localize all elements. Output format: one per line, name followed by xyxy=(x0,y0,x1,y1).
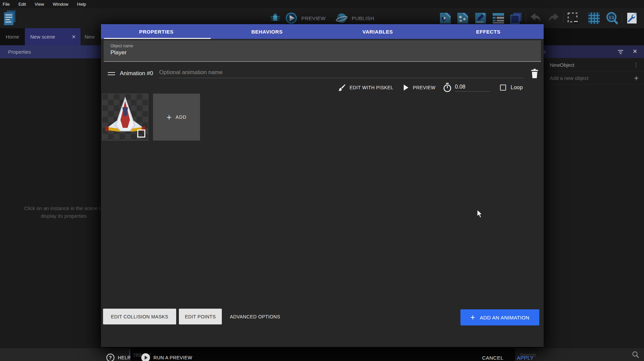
objects-search-bar xyxy=(515,348,644,361)
menu-bar: File Edit View Window Help xyxy=(0,0,644,8)
layers-icon[interactable] xyxy=(509,11,523,25)
add-an-animation-button[interactable]: + ADD AN ANIMATION xyxy=(460,309,539,325)
object-editor-dialog: PROPERTIES BEHAVIORS VARIABLES EFFECTS O… xyxy=(101,24,544,347)
debug-icon[interactable] xyxy=(268,11,282,25)
trash-icon xyxy=(531,69,539,78)
publish-globe-icon[interactable] xyxy=(335,11,348,25)
objects-panel-header: Objects ✕ xyxy=(535,45,644,58)
objects-list-icon[interactable] xyxy=(456,11,469,25)
objects-panel: Objects ✕ NewObject ⋮ Add a new object + xyxy=(535,45,644,348)
search-input[interactable] xyxy=(520,352,632,358)
loop-label: Loop xyxy=(511,85,523,91)
help-button[interactable]: HELP xyxy=(118,355,131,360)
animation-title: Animation #0 xyxy=(120,70,153,77)
animation-name-field xyxy=(159,69,524,78)
tab-home-label: Home xyxy=(6,34,19,40)
object-name-input[interactable] xyxy=(110,49,513,56)
apply-button[interactable]: APPLY xyxy=(517,355,534,361)
tab-effects[interactable]: EFFECTS xyxy=(433,24,544,39)
edit-points-button[interactable]: EDIT POINTS xyxy=(179,309,222,324)
toolbar-separator xyxy=(622,13,622,23)
menu-edit[interactable]: Edit xyxy=(18,2,26,7)
toolbar-center: PREVIEW PUBLISH xyxy=(268,11,374,25)
cancel-button[interactable]: CANCEL xyxy=(482,355,503,361)
add-object-label: Add a new object xyxy=(550,75,588,81)
run-preview-icon xyxy=(141,353,150,361)
animation-header-row: Animation #0 xyxy=(104,66,541,81)
animation-controls-row: EDIT WITH PISKEL PREVIEW Loop xyxy=(338,81,523,94)
edit-scene-icon[interactable] xyxy=(474,11,487,25)
play-icon xyxy=(403,85,409,91)
events-list-icon[interactable] xyxy=(492,11,505,25)
frame-select-checkbox[interactable] xyxy=(137,130,145,138)
menu-file[interactable]: File xyxy=(3,2,10,7)
brush-icon xyxy=(338,84,346,91)
preview-play-icon[interactable] xyxy=(285,11,298,25)
toolbar-separator xyxy=(526,13,526,23)
deselect-instances-icon[interactable] xyxy=(566,11,580,25)
close-panel-icon[interactable]: ✕ xyxy=(633,48,637,55)
gdevelop-window: File Edit View Window Help xyxy=(0,0,644,361)
tab-behaviors[interactable]: BEHAVIORS xyxy=(212,24,323,39)
object-name-field-label: Object name xyxy=(110,44,541,48)
redo-icon[interactable] xyxy=(547,11,560,25)
animation-frames-row: + ADD xyxy=(102,94,200,141)
undo-icon[interactable] xyxy=(529,11,543,25)
frame-thumbnail[interactable] xyxy=(102,94,148,141)
add-new-object-row[interactable]: Add a new object + xyxy=(535,72,644,85)
object-menu-kebab-icon[interactable]: ⋮ xyxy=(633,61,639,68)
mouse-cursor xyxy=(477,209,484,219)
edit-collision-masks-button[interactable]: EDIT COLLISION MASKS xyxy=(103,309,176,324)
settings-wrench-icon[interactable] xyxy=(625,11,639,25)
loop-checkbox[interactable] xyxy=(500,85,506,91)
object-name-label: NewObject xyxy=(550,62,574,68)
advanced-options-button[interactable]: ADVANCED OPTIONS xyxy=(226,309,284,324)
preview-animation-button[interactable]: PREVIEW xyxy=(413,85,435,90)
tab-properties[interactable]: PROPERTIES xyxy=(101,24,212,39)
run-a-preview-button[interactable]: RUN A PREVIEW xyxy=(153,355,192,360)
animation-name-input[interactable] xyxy=(159,69,524,78)
tab-new-scene-label: New scene xyxy=(30,34,55,40)
toolbar-separator xyxy=(563,13,563,23)
menu-help[interactable]: Help xyxy=(77,2,86,7)
dialog-footer-left: ? HELP RUN A PREVIEW xyxy=(106,350,192,361)
tab-new-partial-label: New xyxy=(85,34,95,40)
delete-animation-button[interactable] xyxy=(528,67,541,80)
time-between-frames-input[interactable] xyxy=(455,84,490,91)
zoom-original-icon[interactable]: 1:1 xyxy=(605,11,619,25)
svg-text:1:1: 1:1 xyxy=(609,15,614,19)
time-between-frames-field xyxy=(455,84,490,92)
dialog-footer-right: CANCEL APPLY xyxy=(482,350,534,361)
active-tab-indicator xyxy=(104,38,211,39)
help-icon: ? xyxy=(106,354,114,361)
object-name-field: Object name xyxy=(104,40,541,62)
tab-close-icon[interactable]: ✕ xyxy=(71,34,76,40)
tab-variables[interactable]: VARIABLES xyxy=(323,24,433,39)
search-icon xyxy=(632,351,639,358)
plus-icon: + xyxy=(470,314,475,321)
tab-home[interactable]: Home xyxy=(0,28,25,45)
preview-button[interactable]: PREVIEW xyxy=(301,15,326,21)
drag-handle-icon[interactable] xyxy=(108,70,115,77)
add-frame-button[interactable]: + ADD xyxy=(153,94,200,141)
add-an-animation-label: ADD AN ANIMATION xyxy=(480,315,530,320)
edit-with-piskel-button[interactable]: EDIT WITH PISKEL xyxy=(350,85,394,90)
open-project-manager-icon[interactable] xyxy=(439,11,452,25)
timer-icon xyxy=(443,83,452,92)
dialog-tab-bar: PROPERTIES BEHAVIORS VARIABLES EFFECTS xyxy=(101,24,544,39)
tab-new-scene[interactable]: New scene ✕ xyxy=(25,28,81,45)
properties-panel-title: Properties xyxy=(8,49,31,55)
add-frame-label: ADD xyxy=(176,114,187,120)
object-list-item[interactable]: NewObject ⋮ xyxy=(535,59,644,71)
toolbar-right: 1:1 xyxy=(439,11,639,25)
plus-icon: + xyxy=(166,114,171,120)
add-object-plus-icon[interactable]: + xyxy=(634,75,639,81)
menu-view[interactable]: View xyxy=(35,2,44,7)
publish-button[interactable]: PUBLISH xyxy=(352,15,374,21)
project-manager-icon[interactable] xyxy=(3,10,16,26)
grid-icon[interactable] xyxy=(587,11,601,25)
filter-icon[interactable] xyxy=(617,49,624,54)
menu-window[interactable]: Window xyxy=(53,2,68,7)
